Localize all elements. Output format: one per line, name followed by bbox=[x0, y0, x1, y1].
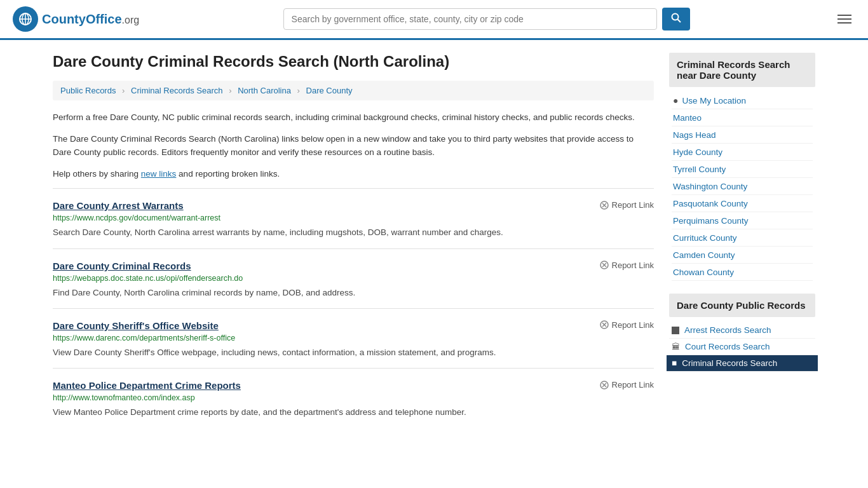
sidebar-nearby-item-9[interactable]: Chowan County bbox=[672, 264, 813, 281]
report-icon-3 bbox=[600, 381, 609, 390]
result-card-2: Dare County Sheriff's Office Website Rep… bbox=[53, 308, 654, 368]
result-header-2: Dare County Sheriff's Office Website Rep… bbox=[53, 320, 654, 331]
breadcrumb-public-records[interactable]: Public Records bbox=[60, 86, 116, 95]
search-button[interactable] bbox=[662, 8, 690, 30]
pin-icon: ● bbox=[673, 95, 678, 105]
content-area: Dare County Criminal Records Search (Nor… bbox=[53, 53, 654, 428]
sidebar-nearby-item-3[interactable]: Tyrrell County bbox=[672, 161, 813, 178]
sidebar-nearby-item-5[interactable]: Pasquotank County bbox=[672, 195, 813, 212]
sidebar-nearby-item-6[interactable]: Perquimans County bbox=[672, 212, 813, 229]
breadcrumb-sep-3: › bbox=[297, 86, 300, 95]
result-title-3[interactable]: Manteo Police Department Crime Reports bbox=[53, 380, 241, 391]
result-desc-0: Search Dare County, North Carolina arres… bbox=[53, 226, 654, 239]
result-header-3: Manteo Police Department Crime Reports R… bbox=[53, 380, 654, 391]
nearby-link-2[interactable]: Hyde County bbox=[673, 147, 722, 157]
nearby-link-9[interactable]: Chowan County bbox=[673, 268, 734, 277]
sidebar-nearby-item-4[interactable]: Washington County bbox=[672, 178, 813, 195]
sidebar-nearby-item-1[interactable]: Nags Head bbox=[672, 126, 813, 144]
menu-line-2 bbox=[837, 18, 851, 20]
use-my-location-link[interactable]: Use My Location bbox=[682, 96, 746, 105]
logo-area: CountyOffice.org bbox=[13, 6, 139, 32]
desc-text-1: Perform a free Dare County, NC public cr… bbox=[53, 111, 654, 125]
pr-link-item-2[interactable]: ■ Criminal Records Search bbox=[667, 355, 818, 372]
result-title-0[interactable]: Dare County Arrest Warrants bbox=[53, 200, 184, 211]
report-link-1[interactable]: Report Link bbox=[600, 261, 654, 270]
sidebar-use-location[interactable]: ● Use My Location bbox=[672, 92, 813, 109]
report-icon-0 bbox=[600, 201, 609, 210]
nearby-link-6[interactable]: Perquimans County bbox=[673, 216, 749, 226]
result-card-3: Manteo Police Department Crime Reports R… bbox=[53, 368, 654, 428]
result-desc-3: View Manteo Police Department crime repo… bbox=[53, 406, 654, 419]
pr-icon-person-2: ■ bbox=[672, 358, 677, 368]
logo-icon bbox=[13, 6, 38, 32]
report-link-2[interactable]: Report Link bbox=[600, 320, 654, 330]
sidebar-nearby-section: Criminal Records Search near Dare County… bbox=[669, 53, 815, 281]
desc-text-3: Help others by sharing new links and rep… bbox=[53, 167, 654, 181]
sidebar-pr-list: Arrest Records Search 🏛 Court Records Se… bbox=[669, 322, 815, 372]
menu-button[interactable] bbox=[834, 11, 855, 27]
desc-text-2: The Dare County Criminal Records Search … bbox=[53, 132, 654, 159]
breadcrumb-sep-1: › bbox=[122, 86, 125, 95]
nearby-link-4[interactable]: Washington County bbox=[673, 182, 747, 191]
desc-post: and reporting broken links. bbox=[176, 169, 280, 179]
report-link-3[interactable]: Report Link bbox=[600, 380, 654, 390]
logo-name: CountyOffice bbox=[42, 12, 122, 26]
results-list: Dare County Arrest Warrants Report Link … bbox=[53, 188, 654, 428]
nearby-link-5[interactable]: Pasquotank County bbox=[673, 199, 748, 208]
sidebar-public-records-section: Dare County Public Records Arrest Record… bbox=[669, 294, 815, 372]
result-card-1: Dare County Criminal Records Report Link… bbox=[53, 248, 654, 308]
result-title-2[interactable]: Dare County Sheriff's Office Website bbox=[53, 320, 219, 331]
nearby-link-1[interactable]: Nags Head bbox=[673, 130, 716, 140]
menu-line-1 bbox=[837, 15, 851, 16]
search-area bbox=[283, 8, 690, 30]
new-links-link[interactable]: new links bbox=[141, 169, 177, 179]
logo-suffix: .org bbox=[122, 15, 140, 25]
sidebar-nearby-links: ● Use My Location bbox=[669, 92, 815, 109]
desc-pre: Help others by sharing bbox=[53, 169, 141, 179]
result-title-1[interactable]: Dare County Criminal Records bbox=[53, 261, 191, 271]
svg-line-6 bbox=[677, 20, 681, 23]
sidebar-nearby-item-8[interactable]: Camden County bbox=[672, 247, 813, 264]
main-container: Dare County Criminal Records Search (Nor… bbox=[40, 40, 828, 440]
pr-link-item-1[interactable]: 🏛 Court Records Search bbox=[669, 339, 815, 355]
result-desc-2: View Dare County Sheriff's Office webpag… bbox=[53, 346, 654, 359]
sidebar-nearby-item-0[interactable]: Manteo bbox=[672, 109, 813, 126]
result-header-0: Dare County Arrest Warrants Report Link bbox=[53, 200, 654, 211]
pr-link-1[interactable]: Court Records Search bbox=[685, 342, 770, 351]
sidebar-nearby-item-7[interactable]: Currituck County bbox=[672, 229, 813, 247]
site-header: CountyOffice.org bbox=[0, 0, 868, 40]
menu-line-3 bbox=[837, 22, 851, 24]
sidebar-nearby-title: Criminal Records Search near Dare County bbox=[669, 53, 815, 87]
result-url-0[interactable]: https://www.ncdps.gov/document/warrant-a… bbox=[53, 214, 654, 222]
result-url-1[interactable]: https://webapps.doc.state.nc.us/opi/offe… bbox=[53, 274, 654, 283]
report-link-0[interactable]: Report Link bbox=[600, 200, 654, 210]
sidebar-nearby-list: ManteoNags HeadHyde CountyTyrrell County… bbox=[669, 109, 815, 281]
result-card-0: Dare County Arrest Warrants Report Link … bbox=[53, 188, 654, 248]
sidebar: Criminal Records Search near Dare County… bbox=[669, 53, 815, 428]
page-title: Dare County Criminal Records Search (Nor… bbox=[53, 53, 654, 71]
nearby-link-3[interactable]: Tyrrell County bbox=[673, 165, 726, 174]
breadcrumb-criminal-records[interactable]: Criminal Records Search bbox=[131, 86, 223, 95]
pr-link-0[interactable]: Arrest Records Search bbox=[684, 325, 771, 335]
pr-link-2[interactable]: Criminal Records Search bbox=[682, 358, 777, 368]
svg-point-5 bbox=[672, 14, 678, 20]
report-icon-1 bbox=[600, 261, 609, 269]
pr-icon-building-1: 🏛 bbox=[672, 342, 680, 351]
breadcrumb-sep-2: › bbox=[229, 86, 231, 95]
sidebar-nearby-item-2[interactable]: Hyde County bbox=[672, 144, 813, 161]
sidebar-public-records-title: Dare County Public Records bbox=[669, 294, 815, 317]
breadcrumb-north-carolina[interactable]: North Carolina bbox=[238, 86, 291, 95]
result-url-2[interactable]: https://www.darenc.com/departments/sheri… bbox=[53, 334, 654, 342]
pr-link-item-0[interactable]: Arrest Records Search bbox=[669, 322, 815, 339]
search-input[interactable] bbox=[283, 8, 657, 30]
result-url-3[interactable]: http://www.townofmanteo.com/index.asp bbox=[53, 393, 654, 402]
report-icon-2 bbox=[600, 320, 609, 329]
nearby-link-8[interactable]: Camden County bbox=[673, 250, 735, 260]
nearby-link-0[interactable]: Manteo bbox=[673, 113, 702, 123]
breadcrumb-dare-county[interactable]: Dare County bbox=[306, 86, 353, 95]
result-header-1: Dare County Criminal Records Report Link bbox=[53, 261, 654, 271]
breadcrumb: Public Records › Criminal Records Search… bbox=[53, 81, 654, 100]
result-desc-1: Find Dare County, North Carolina crimina… bbox=[53, 287, 654, 299]
logo-text: CountyOffice.org bbox=[42, 12, 139, 27]
nearby-link-7[interactable]: Currituck County bbox=[673, 233, 737, 243]
